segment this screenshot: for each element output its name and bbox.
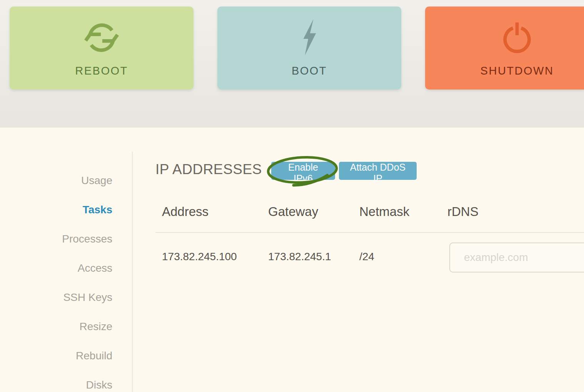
table-header-gateway: Gateway: [268, 204, 318, 219]
sidebar-item-rebuild[interactable]: Rebuild: [0, 341, 112, 370]
table-header-netmask: Netmask: [359, 204, 409, 219]
sync-arrows-icon: [83, 19, 120, 56]
ip-address-cell: 173.82.245.100: [162, 251, 237, 263]
shutdown-button[interactable]: SHUTDOWN: [425, 7, 584, 90]
sidebar-item-access[interactable]: Access: [0, 254, 112, 283]
lightning-bolt-icon: [300, 19, 318, 56]
power-actions-bar: REBOOT BOOT SHUTDOWN: [0, 0, 584, 128]
rdns-input[interactable]: [449, 243, 584, 272]
sidebar-item-ssh-keys[interactable]: SSH Keys: [0, 283, 112, 312]
table-header-address: Address: [162, 204, 209, 219]
power-icon: [499, 19, 535, 56]
sidebar-divider: [132, 151, 133, 392]
sidebar-item-processes[interactable]: Processes: [0, 224, 112, 254]
sidebar-nav: Usage Tasks Processes Access SSH Keys Re…: [0, 166, 112, 392]
server-management-page: REBOOT BOOT SHUTDOWN Usage Tas: [0, 0, 584, 392]
boot-button-label: BOOT: [292, 65, 327, 77]
enable-ipv6-button[interactable]: Enable IPv6: [271, 162, 335, 180]
sidebar-item-usage[interactable]: Usage: [0, 166, 112, 195]
shutdown-button-label: SHUTDOWN: [481, 65, 554, 77]
sidebar-item-disks[interactable]: Disks: [0, 370, 112, 392]
sidebar-item-tasks[interactable]: Tasks: [0, 195, 112, 224]
reboot-button[interactable]: REBOOT: [10, 7, 194, 90]
boot-button[interactable]: BOOT: [217, 7, 401, 90]
table-header-rdns: rDNS: [447, 204, 479, 219]
attach-ddos-button[interactable]: Attach DDoS IP: [339, 162, 417, 180]
gateway-cell: 173.82.245.1: [268, 251, 331, 263]
reboot-button-label: REBOOT: [75, 65, 128, 77]
content-area: Usage Tasks Processes Access SSH Keys Re…: [0, 128, 584, 392]
sidebar-item-resize[interactable]: Resize: [0, 312, 112, 341]
netmask-cell: /24: [359, 251, 374, 263]
page-title: IP ADDRESSES: [155, 161, 262, 178]
table-header-divider: [155, 232, 584, 233]
